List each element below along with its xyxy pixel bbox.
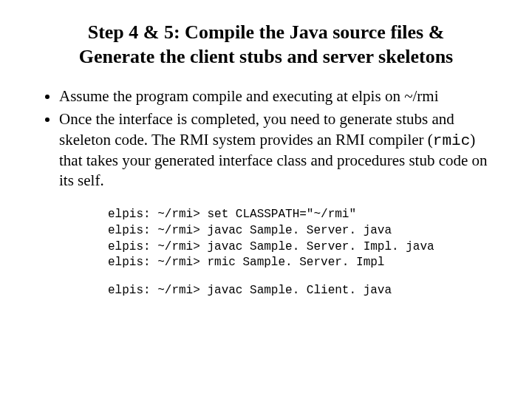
code-gap [108, 271, 495, 283]
slide-title: Step 4 & 5: Compile the Java source file… [59, 21, 473, 69]
bullet-1-text: Assume the program compile and executing… [59, 87, 439, 105]
code-line-1: elpis: ~/rmi> set CLASSPATH="~/rmi" [108, 208, 356, 221]
code-line-5: elpis: ~/rmi> javac Sample. Client. java [108, 284, 392, 297]
bullet-1: Assume the program compile and executing… [59, 86, 495, 106]
bullet-list: Assume the program compile and executing… [41, 86, 495, 191]
code-line-3: elpis: ~/rmi> javac Sample. Server. Impl… [108, 240, 434, 253]
title-line-1: Step 4 & 5: Compile the Java source file… [88, 21, 445, 43]
code-line-4: elpis: ~/rmi> rmic Sample. Server. Impl [108, 256, 384, 269]
bullet-2-pre: Once the interface is completed, you nee… [59, 110, 454, 148]
title-line-2: Generate the client stubs and server ske… [79, 46, 453, 67]
slide: Step 4 & 5: Compile the Java source file… [0, 0, 532, 399]
code-block: elpis: ~/rmi> set CLASSPATH="~/rmi" elpi… [108, 207, 495, 299]
code-line-2: elpis: ~/rmi> javac Sample. Server. java [108, 224, 392, 237]
bullet-2-code: rmic [433, 132, 470, 149]
bullet-2: Once the interface is completed, you nee… [59, 109, 495, 191]
